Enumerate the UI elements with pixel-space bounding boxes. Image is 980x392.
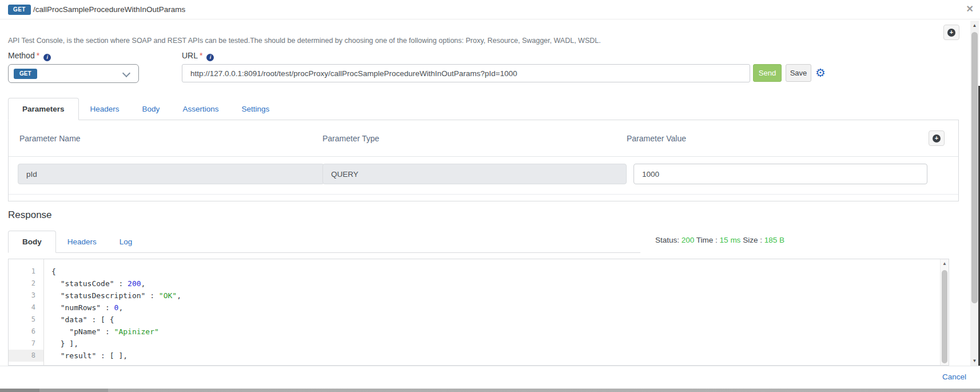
circle-plus-icon: + <box>933 134 941 142</box>
line-number: 8 <box>9 350 43 362</box>
column-header-name: Parameter Name <box>19 134 81 143</box>
code-line: "statusCode" : 200, <box>51 278 938 290</box>
save-button[interactable]: Save <box>786 64 811 82</box>
cancel-button[interactable]: Cancel <box>942 373 966 381</box>
status-label: Status: <box>655 236 679 244</box>
editor-scrollbar[interactable]: ▲ <box>940 259 949 365</box>
scroll-up-icon[interactable]: ▲ <box>941 261 949 266</box>
parameter-name-input <box>18 164 324 184</box>
method-label: Method*i <box>8 51 51 61</box>
code-line: "numRows" : 0, <box>51 302 938 314</box>
line-number: 5 <box>9 314 43 326</box>
response-status-line: Status: 200 Time : 15 ms Size : 185 B <box>655 236 784 244</box>
tab-body[interactable]: Body <box>131 98 172 120</box>
url-input[interactable] <box>182 64 750 82</box>
code-line: } ], <box>51 338 938 350</box>
editor-scrollbar-thumb[interactable] <box>942 270 947 363</box>
add-parameter-button[interactable]: + <box>929 130 945 146</box>
column-header-type: Parameter Type <box>322 134 379 143</box>
parameters-header-row: Parameter Name Parameter Type Parameter … <box>9 120 958 157</box>
response-title: Response <box>8 209 52 221</box>
chevron-down-icon <box>122 69 130 77</box>
footer-bar: Cancel <box>0 366 980 389</box>
size-label: Size : <box>743 236 762 244</box>
method-chip: GET <box>14 69 37 79</box>
parameter-value-input[interactable] <box>634 164 927 184</box>
scroll-up-icon[interactable]: ▲ <box>970 23 979 28</box>
line-number: 7 <box>9 338 43 350</box>
tab-assertions[interactable]: Assertions <box>171 98 230 120</box>
response-tab-body[interactable]: Body <box>8 231 56 253</box>
parameter-type-input <box>322 164 627 184</box>
method-badge: GET <box>8 5 31 15</box>
scroll-down-icon[interactable]: ▼ <box>970 358 979 363</box>
code-line: "statusDescription" : "OK", <box>51 290 938 302</box>
console-add-button[interactable]: + <box>943 25 959 40</box>
line-number: 1 <box>9 266 43 278</box>
api-test-console-window: GET /callProcSampleProcedureWithInOutPar… <box>0 0 980 392</box>
close-icon[interactable]: ✕ <box>966 3 974 14</box>
required-marker: * <box>200 51 202 60</box>
size-value: 185 B <box>764 236 784 244</box>
method-select[interactable]: GET <box>8 64 139 83</box>
gear-icon[interactable]: ⚙ <box>815 65 826 81</box>
horizontal-scrollbar[interactable] <box>0 389 980 392</box>
response-body-editor[interactable]: 12345678 { "statusCode" : 200, "statusDe… <box>8 259 949 366</box>
info-icon[interactable]: i <box>43 54 51 61</box>
page-scrollbar-thumb[interactable] <box>971 32 978 303</box>
console-description: API Test Console, is the section where S… <box>8 37 601 45</box>
endpoint-path: /callProcSampleProcedureWithInOutParams <box>33 5 185 14</box>
code-lines: { "statusCode" : 200, "statusDescription… <box>51 266 938 362</box>
line-number: 6 <box>9 326 43 338</box>
time-value: 15 ms <box>720 236 741 244</box>
code-line: "data" : [ { <box>51 314 938 326</box>
code-line: { <box>51 266 938 278</box>
parameter-row <box>9 157 958 195</box>
required-marker: * <box>37 51 39 60</box>
line-number: 4 <box>9 302 43 314</box>
code-line: "pName" : "Apinizer" <box>51 326 938 338</box>
parameters-panel: Parameter Name Parameter Type Parameter … <box>8 120 959 201</box>
line-number: 2 <box>9 278 43 290</box>
tab-parameters[interactable]: Parameters <box>8 98 79 120</box>
column-header-value: Parameter Value <box>627 134 686 143</box>
send-button[interactable]: Send <box>753 64 782 82</box>
url-label: URL*i <box>182 51 214 61</box>
code-line: "result" : [ ], <box>51 350 938 362</box>
response-tab-headers[interactable]: Headers <box>56 231 108 252</box>
info-icon[interactable]: i <box>206 54 214 61</box>
status-value: 200 <box>682 236 695 244</box>
response-tab-log[interactable]: Log <box>108 231 144 252</box>
time-label: Time : <box>696 236 718 244</box>
tab-headers[interactable]: Headers <box>79 98 131 120</box>
tab-settings[interactable]: Settings <box>230 98 281 120</box>
response-tabs: Body Headers Log <box>8 229 640 253</box>
circle-plus-icon: + <box>947 29 955 37</box>
line-number-gutter: 12345678 <box>9 259 44 365</box>
page-scrollbar[interactable]: ▲ ▼ <box>970 21 979 366</box>
request-tabs: Parameters Headers Body Assertions Setti… <box>8 97 959 120</box>
line-number: 3 <box>9 290 43 302</box>
title-bar: GET /callProcSampleProcedureWithInOutPar… <box>0 0 980 19</box>
